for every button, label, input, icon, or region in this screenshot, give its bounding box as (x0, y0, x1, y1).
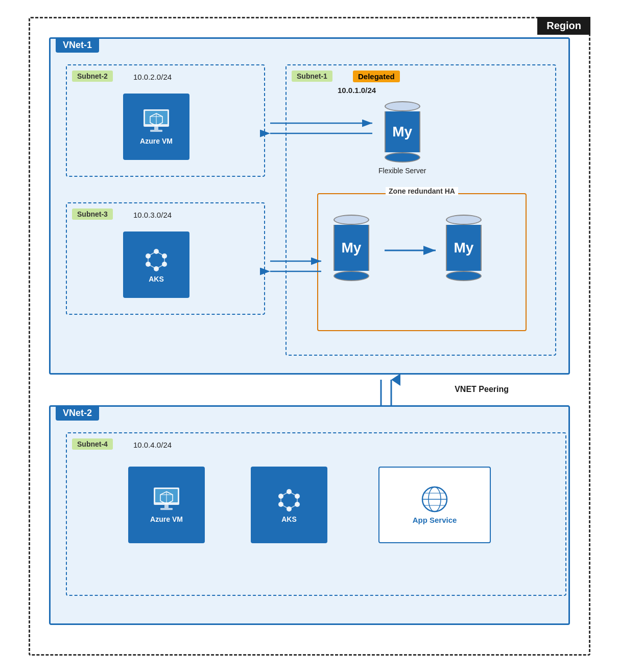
mysql-standby-label: My (454, 240, 474, 256)
vnet2-label: VNet-2 (56, 406, 99, 421)
subnet4-cidr: 10.0.4.0/24 (133, 441, 172, 449)
vnet-peering-label: VNET Peering (455, 385, 509, 394)
subnet1-cidr: 10.0.1.0/24 (338, 86, 376, 95)
mysql-cylinder-main: My (385, 101, 420, 163)
vnet2-container: VNet-2 Subnet-4 10.0.4.0/24 Azure VM (49, 405, 570, 625)
svg-line-44 (281, 492, 289, 496)
mysql-primary-group: My (334, 215, 369, 281)
aks-label-1: AKS (149, 275, 164, 283)
azure-vm-box-2: Azure VM (128, 467, 205, 543)
svg-line-45 (289, 492, 297, 496)
mysql-main-label: My (392, 124, 412, 140)
subnet1-box: Subnet-1 Delegated 10.0.1.0/24 My Flexib… (285, 64, 556, 356)
svg-line-17 (148, 264, 156, 269)
svg-rect-36 (164, 505, 169, 508)
mysql-standby-group: My (446, 215, 482, 281)
subnet3-tag: Subnet-3 (72, 208, 113, 220)
svg-line-13 (148, 251, 156, 256)
subnet4-box: Subnet-4 10.0.4.0/24 Azure VM (66, 432, 566, 596)
ha-box: Zone redundant HA My (317, 193, 527, 331)
subnet3-box: Subnet-3 10.0.3.0/24 (66, 202, 265, 315)
flexible-server-group: My Flexible Server (378, 101, 426, 175)
flexible-server-label: Flexible Server (378, 167, 426, 175)
app-service-icon (417, 485, 453, 516)
aks-label-2: AKS (281, 515, 297, 523)
azure-vm-box-1: Azure VM (123, 94, 189, 160)
subnet2-box: Subnet-2 10.0.2.0/24 Azure VM (66, 64, 265, 177)
subnet3-cidr: 10.0.3.0/24 (133, 211, 172, 219)
azure-vm-icon-2 (151, 486, 182, 512)
delegated-badge: Delegated (353, 71, 400, 82)
svg-line-18 (156, 264, 164, 269)
aks-box-2: AKS (251, 467, 327, 543)
subnet4-tag: Subnet-4 (72, 438, 113, 450)
svg-line-48 (281, 504, 289, 509)
aks-icon-1 (141, 246, 172, 272)
subnet2-tag: Subnet-2 (72, 71, 113, 82)
mysql-primary-label: My (342, 240, 362, 256)
ha-replication-arrow (379, 240, 446, 261)
svg-rect-6 (150, 130, 162, 132)
vm-label-2: Azure VM (150, 515, 183, 523)
vnet1-label: VNet-1 (56, 38, 99, 53)
subnet2-cidr: 10.0.2.0/24 (133, 73, 172, 81)
diagram-container: Region VNet-1 Subnet-2 10.0.2.0/24 (29, 17, 590, 656)
region-label: Region (537, 17, 590, 35)
mysql-standby-cylinder: My (446, 215, 482, 281)
svg-line-14 (156, 251, 164, 256)
svg-rect-5 (154, 127, 158, 130)
svg-rect-37 (160, 508, 173, 510)
vm-label-1: Azure VM (140, 137, 173, 145)
app-service-label: App Service (413, 516, 457, 524)
mysql-primary-cylinder: My (334, 215, 369, 281)
ha-label: Zone redundant HA (386, 187, 458, 195)
app-service-box: App Service (378, 467, 491, 543)
azure-vm-icon-1 (141, 108, 172, 134)
subnet1-tag: Subnet-1 (292, 71, 332, 82)
svg-line-49 (289, 504, 297, 509)
aks-box-1: AKS (123, 231, 189, 298)
aks-icon-2 (274, 486, 304, 512)
vnet1-container: VNet-1 Subnet-2 10.0.2.0/24 (49, 37, 570, 375)
